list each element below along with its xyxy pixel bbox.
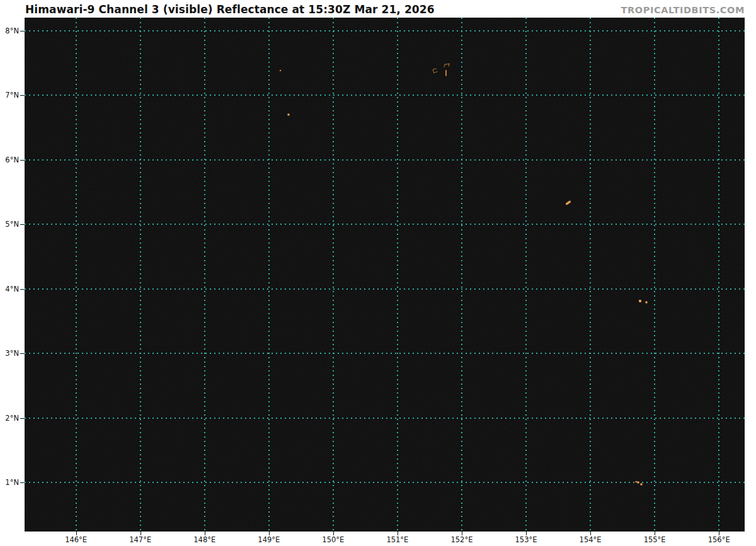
lon-axis-tick	[333, 532, 334, 535]
page-title: Himawari-9 Channel 3 (visible) Reflectan…	[25, 3, 435, 16]
lon-axis-tick	[398, 532, 398, 535]
satellite-map-canvas	[25, 18, 745, 532]
lat-tick-label: 3°N	[0, 349, 19, 358]
lon-tick-label: 151°E	[379, 535, 416, 544]
lat-tick-label: 7°N	[0, 91, 19, 100]
islet-dot	[280, 70, 281, 71]
island-sliver	[445, 70, 447, 76]
lon-tick-label: 152°E	[443, 535, 481, 544]
islet-dot	[640, 484, 642, 486]
lon-axis-tick	[140, 532, 141, 535]
lon-axis-tick	[462, 532, 462, 535]
lat-axis-tick	[20, 224, 25, 225]
lat-tick-label: 1°N	[0, 478, 19, 487]
lon-axis-tick	[719, 532, 719, 535]
islet-dot	[645, 302, 647, 304]
graticule-line-lat	[25, 353, 745, 354]
lon-tick-label: 149°E	[250, 535, 288, 544]
graticule-line-lon	[333, 18, 334, 532]
lat-tick-label: 6°N	[0, 156, 19, 164]
lon-axis-tick	[76, 532, 77, 535]
lon-tick-label: 146°E	[57, 535, 95, 544]
lon-tick-label: 150°E	[314, 535, 352, 544]
lon-tick-label: 156°E	[700, 535, 738, 544]
islet-dot	[637, 482, 639, 484]
lon-axis-tick	[269, 532, 270, 535]
lat-axis-tick	[20, 353, 25, 354]
lat-tick-label: 2°N	[0, 414, 19, 423]
graticule-line-lon	[718, 18, 719, 532]
lat-axis-tick	[20, 482, 25, 483]
lat-tick-label: 8°N	[0, 26, 19, 35]
lon-tick-label: 153°E	[507, 535, 545, 544]
islet-dot	[288, 113, 290, 115]
graticule-line-lat	[25, 159, 745, 161]
brand-link[interactable]: TROPICALTIDBITS.COM	[621, 5, 745, 15]
graticule-line-lon	[204, 18, 205, 532]
lon-axis-tick	[655, 532, 655, 535]
graticule-line-lon	[654, 18, 655, 532]
lat-axis-tick	[20, 31, 25, 31]
graticule-line-lon	[397, 18, 398, 532]
graticule-line-lon	[461, 18, 462, 532]
lon-axis-tick	[526, 532, 527, 535]
graticule-line-lat	[25, 30, 745, 31]
graticule-line-lon	[590, 18, 591, 532]
lat-tick-label: 5°N	[0, 220, 19, 229]
graticule-line-lat	[25, 224, 745, 225]
graticule-line-lat	[25, 418, 745, 419]
lon-tick-label: 155°E	[636, 535, 673, 544]
lat-axis-tick	[20, 289, 25, 290]
lon-axis-tick	[590, 532, 591, 535]
lon-tick-label: 147°E	[122, 535, 159, 544]
lat-axis-tick	[20, 160, 25, 161]
graticule-line-lon	[76, 18, 77, 532]
lat-axis-tick	[20, 418, 25, 419]
graticule-line-lon	[268, 18, 270, 532]
graticule-line-lon	[140, 18, 141, 532]
lon-axis-tick	[205, 532, 205, 535]
lon-tick-label: 154°E	[571, 535, 609, 544]
lat-axis-tick	[20, 95, 25, 96]
lat-tick-label: 4°N	[0, 285, 19, 293]
islet-dot	[639, 300, 641, 302]
graticule-line-lat	[25, 288, 745, 290]
lon-tick-label: 148°E	[186, 535, 224, 544]
satellite-viewer-page: Himawari-9 Channel 3 (visible) Reflectan…	[0, 0, 756, 546]
graticule-line-lon	[525, 18, 527, 532]
graticule-line-lat	[25, 94, 745, 96]
